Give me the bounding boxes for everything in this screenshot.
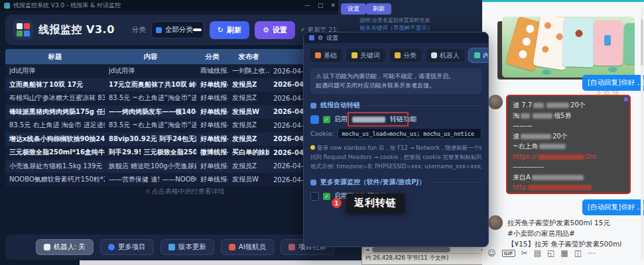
settings-button[interactable]: ⚙ 设置 [255, 21, 295, 39]
robot-icon [44, 244, 50, 250]
table-cell: 锋味派黑猪肉烤肉烤肠175g 任选5件... [5, 107, 105, 117]
tab-label: 关键词 [360, 51, 380, 60]
table-cell: NOOBO氨糖软骨素钙片150粒*2瓶3... [5, 175, 105, 184]
checkbox-unchecked[interactable] [310, 192, 319, 201]
tab-beta[interactable]: 内测 [468, 48, 489, 63]
redacted-text [533, 113, 552, 119]
chat-link-line[interactable]: http [513, 182, 624, 193]
table-cell: 83.5元 ~右上角进“淘金币”进足迹... [105, 93, 196, 103]
box-icon [168, 244, 175, 250]
scrollbar-track[interactable] [371, 247, 480, 252]
chat-scrollbar-thumb[interactable] [641, 19, 643, 66]
pointing-hand-icon: ☝ [145, 187, 149, 195]
table-cell: ——烤肉烤肠发车——领140-60补... [105, 107, 196, 117]
outgoing-bubble: [自动回复]你好，我现 [582, 199, 644, 215]
more-projects-button[interactable]: 更多项目 [100, 239, 154, 255]
emoji-icon[interactable]: ☺ [487, 248, 496, 258]
robot-toggle-button[interactable]: 机器人: 关 [36, 239, 94, 255]
table-cell: 83.5元 右上角进 淘金币 进足迹拍 有... [5, 121, 105, 130]
beta-warning-box: ⚠ 以下功能为内测功能，可能不稳定，请谨慎开启。 如遇问题可关闭对应功能并联系开… [310, 68, 482, 94]
close-button[interactable]: ✕ [330, 2, 336, 9]
app-icon [4, 3, 10, 9]
window-title: 线报监控系统 V3.0 - 线报库 & 对话监控 [13, 1, 301, 10]
table-cell: 立而奥船袜了10双 17元 [5, 80, 105, 89]
table-cell: jd试用弹 [5, 66, 105, 76]
table-cell: 好单线报-... [196, 175, 228, 184]
tab-label: 机器人 [440, 51, 460, 60]
fragment-note: 说明:分类名监控设置实时生效 [359, 17, 430, 24]
select-handle[interactable] [193, 28, 202, 31]
table-cell: 发报员Z [228, 162, 269, 171]
chat-message-line: ~右上角 [513, 141, 624, 152]
chat-message-line: ------------- [513, 162, 624, 172]
redacted-text [538, 154, 584, 160]
chat-scrollbar[interactable] [641, 7, 643, 260]
gif-icon[interactable]: GIF [502, 250, 515, 257]
fragment-settings-button[interactable]: 设置 [341, 3, 366, 15]
pencil-icon [474, 52, 480, 58]
chat-message-line: 来自A [513, 172, 624, 183]
redacted-text [528, 185, 592, 190]
redacted-text [521, 113, 530, 119]
avatar[interactable] [488, 215, 503, 230]
more-icon[interactable]: ⋯ [588, 248, 596, 258]
file-icon[interactable]: ▤ [534, 248, 541, 258]
tab-label: 分类 [403, 51, 417, 60]
folder-icon [395, 52, 401, 58]
tab-category[interactable]: 分类 [389, 48, 422, 63]
tab-robot[interactable]: 机器人 [425, 48, 466, 63]
chat-window: [自动回复]你好，我现 0:30:28 速 7.720个淘领5券———速20个~… [482, 0, 644, 265]
table-cell: ——营养保健 速! ——NOOBO ... [105, 175, 196, 184]
table-cell: 好单线报-... [196, 80, 228, 89]
rebate-annotation: 1 返利转链 [332, 193, 405, 213]
main-titlebar: 线报监控系统 V3.0 - 线报库 & 对话监控 — □ ✕ [0, 0, 370, 11]
chat-message-line: ——— [513, 121, 624, 131]
section-auto-convert: 线报自动转链 [310, 101, 482, 110]
table-cell: 买白单的妹妹 [228, 148, 269, 157]
fragment-refresh-button[interactable]: 刷新 [366, 3, 391, 15]
minimize-button[interactable]: — [304, 2, 310, 9]
book-icon [156, 27, 162, 33]
window-controls: — □ ✕ [304, 2, 336, 9]
image-icon[interactable]: ▦ [560, 248, 568, 258]
chat-input-toolbar: ☺GIF✂▤◱▦◫⋯ [487, 248, 596, 258]
table-cell: 发报员W [228, 107, 269, 117]
refresh-button[interactable]: ↻ 刷新 [210, 21, 249, 39]
key-icon [352, 52, 357, 58]
settings-window: ⚙ 设置 基础关键词分类机器人内测 ⚠ 以下功能为内测功能，可能不稳定，请谨慎开… [303, 32, 489, 247]
tab-keywords[interactable]: 关键词 [346, 48, 386, 63]
scroll-left-arrow[interactable]: ◄ [363, 246, 371, 253]
cookie-input[interactable]: mochu_us_load=mochu_us; mochu_us_notice [338, 128, 482, 139]
tab-basic[interactable]: 基础 [309, 48, 343, 63]
incoming-bubble-highlighted: 速 7.720个淘领5券———速20个~右上角https://0m-------… [506, 95, 631, 194]
table-cell: 发报员Z [228, 93, 269, 103]
chat-message-line: 速 7.720个 [513, 100, 624, 111]
checkbox-checked[interactable] [310, 115, 319, 124]
scrollbar-thumb[interactable] [372, 247, 450, 252]
column-header-publisher: 发布者 [228, 52, 269, 62]
table-cell: 发报员Z [228, 80, 269, 89]
background-window-fragment: 设置 刷新 说明:分类名监控设置实时生效 相关关键词（界面树不显示） [338, 0, 482, 32]
incoming-message-text: 拉芳鱼子酱莹护发素500ml 15元 #小卖部の家居用品# 【¥15】拉芳 鱼子… [507, 218, 621, 249]
video-icon[interactable]: ◫ [574, 248, 582, 258]
button-label: 更多项目 [118, 242, 146, 252]
chat-message-line: 淘领5券 [513, 111, 624, 121]
table-cell: 小壳逸尿处方猫粮1.5kg 139元 [5, 162, 105, 171]
status-bar: 约 26,428,426 字节(11 个文件) [362, 254, 488, 263]
version-update-button[interactable]: 版本更新 [161, 239, 214, 255]
chat-link-line[interactable]: https://0m [513, 152, 624, 162]
sticker-image[interactable] [502, 17, 635, 78]
column-header-category: 分类 [196, 52, 228, 62]
ai-navigator-button[interactable]: AI领航员 [221, 239, 274, 255]
button-label: 版本更新 [178, 242, 206, 252]
maximize-button[interactable]: □ [318, 2, 324, 9]
settings-tab-bar: 基础关键词分类机器人内测 [304, 43, 488, 63]
settings-window-title: 设置 [326, 34, 338, 42]
cookie-tip: 登录 new xianbao fun 后，按 F12 → Network，随便刷… [310, 143, 482, 171]
screenshot-scissors-icon[interactable]: ✂ [521, 248, 528, 258]
avatar[interactable] [488, 95, 503, 109]
category-select[interactable]: 全部分类 [151, 21, 204, 38]
redacted-text [539, 144, 566, 149]
shake-icon[interactable]: ◱ [547, 248, 554, 258]
cookie-label: Cookie: [310, 130, 334, 137]
